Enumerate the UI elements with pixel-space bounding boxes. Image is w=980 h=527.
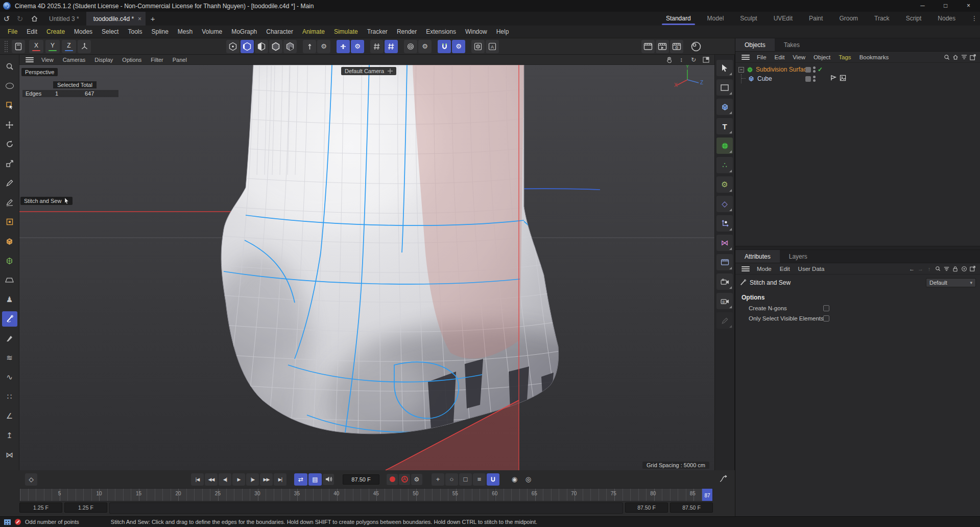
text-tool-icon[interactable]: T [716,118,733,134]
object-name[interactable]: Subdivision Surface [756,66,810,73]
stitch-and-sew-tool-icon[interactable] [2,311,17,327]
loop-toggle-icon[interactable]: ⇄ [294,473,307,486]
menu-item[interactable]: Character [261,26,298,38]
document-tab[interactable]: Untitled 3 * [42,12,86,26]
transport-button[interactable]: |▶ [246,473,259,486]
timeline-ruler[interactable]: 510152025303540455055606570758085 87 [19,488,713,501]
render-picture-viewer-icon[interactable] [656,40,669,53]
transport-button[interactable]: |◀ [191,473,204,486]
visibility-dots[interactable] [813,76,816,82]
object-row-subdivision[interactable]: − Subdivision Surface ✓ [735,65,980,74]
quantize-grid-icon[interactable] [370,40,384,53]
viewport-hamburger-icon[interactable] [26,57,34,62]
key-selection-icon[interactable]: ◉ [508,473,521,486]
edges-mode-icon[interactable] [241,40,254,53]
workspace-tab[interactable]: Standard [658,12,699,26]
workspace-tab[interactable]: Track [866,12,898,26]
panel-tab[interactable]: Objects [735,38,775,51]
orbit-icon[interactable]: ↻ [689,56,698,64]
attr-filter-icon[interactable] [942,265,951,273]
autokey-button[interactable]: A [399,474,410,485]
symmetry-tool-icon[interactable]: ⋈ [2,447,17,463]
menu-item[interactable]: Create [42,26,69,38]
camera-label[interactable]: Default Camera [341,67,396,75]
objects-menu-item[interactable]: View [788,54,809,60]
model-mode-icon[interactable] [269,40,282,53]
viewport-canvas[interactable]: Perspective Selected Total Edges 1 647 D… [19,65,714,470]
render-settings-icon[interactable]: ⚙ [670,40,683,53]
pen-tool-icon[interactable] [2,175,17,191]
volume-icon[interactable]: ◇ [716,196,733,212]
move-tool-icon[interactable] [2,117,17,132]
layer-toggle[interactable] [805,76,811,82]
transport-button[interactable]: ▶ [232,473,245,486]
home-icon[interactable] [27,12,42,26]
workplane-settings-gear-icon[interactable]: ⚙ [351,40,364,53]
sketch-tool-icon[interactable] [2,195,17,210]
viewport-menu-item[interactable]: Filter [146,57,168,63]
objects-search-icon[interactable] [942,53,951,61]
phong-tag-icon[interactable] [830,75,837,83]
extrude-tool-icon[interactable]: ↥ [2,428,17,443]
pan-hand-icon[interactable] [664,56,674,64]
spline-arc-tool-icon[interactable]: ∿ [2,370,17,385]
menu-item[interactable]: Tracker [363,26,392,38]
option-checkbox[interactable] [823,305,829,311]
preset-dropdown[interactable]: Default ▾ [926,278,976,287]
toolbar-grip[interactable] [4,40,8,53]
plane-tool-icon[interactable] [2,272,17,288]
camera-a-icon[interactable] [716,273,733,290]
dolly-icon[interactable]: ↕ [677,56,686,64]
menu-item[interactable]: Window [461,26,492,38]
edge-tool-icon[interactable]: ∠ [2,408,17,424]
panel-tab[interactable]: Takes [775,38,809,51]
range-end-field[interactable]: 87.50 F [625,502,668,513]
keyframe-filter-button[interactable]: ≡ [473,473,486,486]
scale-tool-icon[interactable] [2,156,17,171]
cube-object-icon[interactable] [716,99,733,115]
lock-x-axis-button[interactable]: X [29,40,43,53]
powerslider-toggle-icon[interactable]: ▤ [308,473,322,486]
oval-selection-tool-icon[interactable] [2,78,17,94]
keyframe-filter-button[interactable]: □ [459,473,472,486]
subdivision-surface-icon[interactable] [716,138,733,154]
object-name[interactable]: Cube [757,75,772,82]
keyframe-filter-button[interactable]: + [432,473,444,486]
visibility-dots[interactable] [813,66,816,73]
playhead[interactable]: 87 [702,489,712,501]
render-queue-icon[interactable] [716,254,733,270]
mograph-icon[interactable]: ∴ [716,157,733,173]
close-tab-icon[interactable]: × [138,12,146,26]
range-start-field[interactable]: 1.25 F [19,502,62,513]
material-sphere-icon[interactable] [689,40,703,53]
viewport-menu-item[interactable]: Display [90,57,117,63]
workspace-tab[interactable]: Sculpt [732,12,765,26]
menu-item[interactable]: Modes [69,26,97,38]
attributes-menu-item[interactable]: Edit [776,266,794,272]
key-presets-icon[interactable]: ◎ [522,473,535,486]
new-tab-button[interactable]: + [146,12,160,26]
viewport-solo-icon[interactable] [471,40,485,53]
workspace-tab[interactable]: Paint [801,12,831,26]
quantize-enable-icon[interactable] [385,40,398,53]
cube-primitive-icon[interactable] [2,234,17,249]
workspace-tab[interactable]: UVEdit [766,12,801,26]
close-button[interactable]: × [957,0,980,12]
range-scrollbar[interactable] [109,502,623,514]
objects-filter-icon[interactable] [960,53,968,61]
uvw-tag-icon[interactable] [840,75,846,83]
parent-up-icon[interactable]: ↑ [925,265,934,273]
enable-axis-icon[interactable] [303,40,316,53]
attr-newwindow-icon[interactable] [968,265,977,273]
objects-menu-item[interactable]: Bookmarks [855,54,893,60]
viewport-menu-item[interactable]: Cameras [58,57,90,63]
cursor-tool-icon[interactable] [716,60,733,76]
workspace-tab[interactable]: Nodes [929,12,964,26]
figure-tool-icon[interactable]: ♟ [2,292,17,307]
xpresso-icon[interactable]: ⋈ [716,235,733,251]
coordinate-system-icon[interactable] [78,40,91,53]
camera-b-icon[interactable]: ⚙ [716,293,733,309]
points-mode-icon[interactable] [226,40,240,53]
attr-target-icon[interactable] [960,265,968,273]
expander-icon[interactable]: − [738,67,744,73]
